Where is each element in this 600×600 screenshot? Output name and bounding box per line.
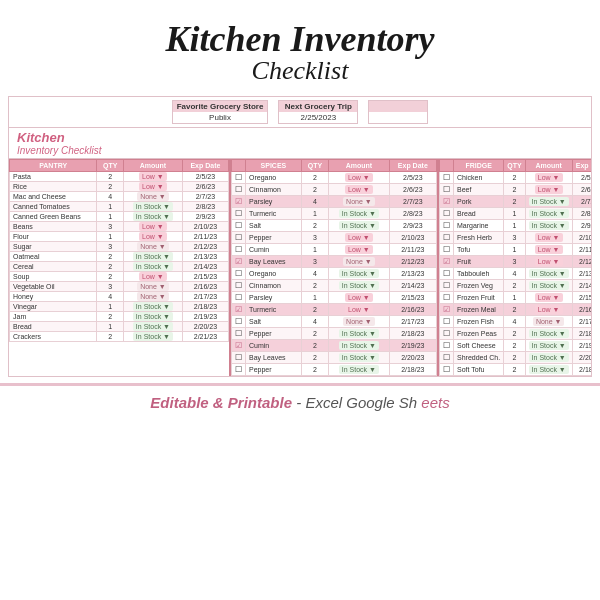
checkbox-cell[interactable]: ☐ <box>232 208 246 220</box>
checkbox-cell[interactable]: ☐ <box>440 340 454 352</box>
checkbox-cell[interactable]: ☐ <box>440 280 454 292</box>
checkbox-cell[interactable]: ☐ <box>440 328 454 340</box>
status: None ▼ <box>525 316 572 328</box>
table-row: ☐ Fresh Herb 3 Low ▼ 2/10/23 <box>440 232 592 244</box>
checkbox-cell[interactable]: ☑ <box>232 340 246 352</box>
pantry-table: PANTRY QTY Amount Exp Date Pasta 2 Low ▼… <box>9 159 229 342</box>
qty: 2 <box>504 364 525 376</box>
item-name: Chicken <box>454 172 504 184</box>
exp-date: 2/18/23 <box>389 364 436 376</box>
checkbox-cell[interactable]: ☐ <box>232 316 246 328</box>
exp-date: 2/12/23 <box>572 256 591 268</box>
checkbox-cell[interactable]: ☐ <box>232 244 246 256</box>
spices-col-item: SPICES <box>246 160 302 172</box>
checkbox-cell[interactable]: ☐ <box>440 172 454 184</box>
exp-date: 2/21/23 <box>182 332 228 342</box>
item-name: Salt <box>246 316 302 328</box>
checkbox-cell[interactable]: ☐ <box>232 280 246 292</box>
table-row: ☐ Salt 2 In Stock ▼ 2/9/23 <box>232 220 437 232</box>
status: In Stock ▼ <box>124 262 183 272</box>
table-row: Jam 2 In Stock ▼ 2/19/23 <box>10 312 229 322</box>
checkbox-cell[interactable]: ☑ <box>232 304 246 316</box>
status: None ▼ <box>124 242 183 252</box>
checkbox-cell[interactable]: ☐ <box>232 328 246 340</box>
item-name: Shredded Ch. <box>454 352 504 364</box>
qty: 1 <box>504 208 525 220</box>
item-name: Frozen Fish <box>454 316 504 328</box>
item-name: Cinnamon <box>246 184 302 196</box>
qty: 4 <box>301 196 328 208</box>
checkbox-cell[interactable]: ☑ <box>232 256 246 268</box>
checkbox-cell[interactable]: ☐ <box>232 352 246 364</box>
checkbox-cell[interactable]: ☐ <box>440 352 454 364</box>
pantry-col-amount: Amount <box>124 160 183 172</box>
checkbox-cell[interactable]: ☑ <box>232 196 246 208</box>
status: None ▼ <box>329 256 389 268</box>
qty: 2 <box>504 280 525 292</box>
item-name: Cumin <box>246 244 302 256</box>
checkbox-cell[interactable]: ☐ <box>232 292 246 304</box>
checkbox-cell[interactable]: ☐ <box>440 220 454 232</box>
checkbox-cell[interactable]: ☐ <box>440 244 454 256</box>
table-row: ☐ Frozen Veg 2 In Stock ▼ 2/14/23 <box>440 280 592 292</box>
fridge-col-date: Exp Date <box>572 160 591 172</box>
checkbox-cell[interactable]: ☐ <box>232 220 246 232</box>
status: In Stock ▼ <box>124 312 183 322</box>
qty: 2 <box>301 352 328 364</box>
item-name: Bread <box>454 208 504 220</box>
item-name: Canned Green Beans <box>10 212 97 222</box>
exp-date: 2/10/23 <box>572 232 591 244</box>
status: Low ▼ <box>124 232 183 242</box>
status: None ▼ <box>124 192 183 202</box>
qty: 2 <box>301 328 328 340</box>
item-name: Oregano <box>246 268 302 280</box>
status: In Stock ▼ <box>329 268 389 280</box>
spices-section: SPICES QTY Amount Exp Date ☐ Oregano 2 L… <box>229 159 439 376</box>
checkbox-cell[interactable]: ☐ <box>232 268 246 280</box>
table-row: ☐ Tofu 1 Low ▼ 2/11/23 <box>440 244 592 256</box>
status: Low ▼ <box>124 222 183 232</box>
checkbox-cell[interactable]: ☐ <box>232 172 246 184</box>
checkbox-cell[interactable]: ☐ <box>232 364 246 376</box>
checkbox-cell[interactable]: ☐ <box>232 232 246 244</box>
item-name: Soup <box>10 272 97 282</box>
checkbox-cell[interactable]: ☐ <box>440 232 454 244</box>
checkbox-cell[interactable]: ☑ <box>440 196 454 208</box>
exp-date: 2/7/23 <box>389 196 436 208</box>
checkbox-cell[interactable]: ☐ <box>440 184 454 196</box>
item-name: Mac and Cheese <box>10 192 97 202</box>
exp-date: 2/16/23 <box>182 282 228 292</box>
exp-date: 2/12/23 <box>389 256 436 268</box>
checkbox-cell[interactable]: ☐ <box>440 292 454 304</box>
table-row: ☐ Oregano 2 Low ▼ 2/5/23 <box>232 172 437 184</box>
pantry-col-qty: QTY <box>97 160 124 172</box>
status: In Stock ▼ <box>124 252 183 262</box>
qty: 2 <box>301 364 328 376</box>
table-row: Honey 4 None ▼ 2/17/23 <box>10 292 229 302</box>
checkbox-cell[interactable]: ☐ <box>440 208 454 220</box>
exp-date: 2/16/23 <box>389 304 436 316</box>
checkbox-cell[interactable]: ☐ <box>232 184 246 196</box>
checkbox-cell[interactable]: ☐ <box>440 316 454 328</box>
qty: 2 <box>301 304 328 316</box>
exp-date: 2/6/23 <box>572 184 591 196</box>
qty: 2 <box>504 172 525 184</box>
qty: 1 <box>97 232 124 242</box>
qty: 2 <box>97 182 124 192</box>
footer-section: Editable & Printable - Excel Google Sh e… <box>0 383 600 420</box>
exp-date: 2/18/23 <box>572 364 591 376</box>
item-name: Bay Leaves <box>246 352 302 364</box>
checkbox-cell[interactable]: ☐ <box>440 268 454 280</box>
checkbox-cell[interactable]: ☑ <box>440 256 454 268</box>
qty: 4 <box>301 316 328 328</box>
status: In Stock ▼ <box>329 340 389 352</box>
qty: 4 <box>97 292 124 302</box>
item-name: Oatmeal <box>10 252 97 262</box>
checkbox-cell[interactable]: ☑ <box>440 304 454 316</box>
qty: 3 <box>504 256 525 268</box>
table-row: ☐ Frozen Fruit 1 Low ▼ 2/15/23 <box>440 292 592 304</box>
checkbox-cell[interactable]: ☐ <box>440 364 454 376</box>
item-name: Frozen Fruit <box>454 292 504 304</box>
status: In Stock ▼ <box>525 352 572 364</box>
pantry-col-date: Exp Date <box>182 160 228 172</box>
